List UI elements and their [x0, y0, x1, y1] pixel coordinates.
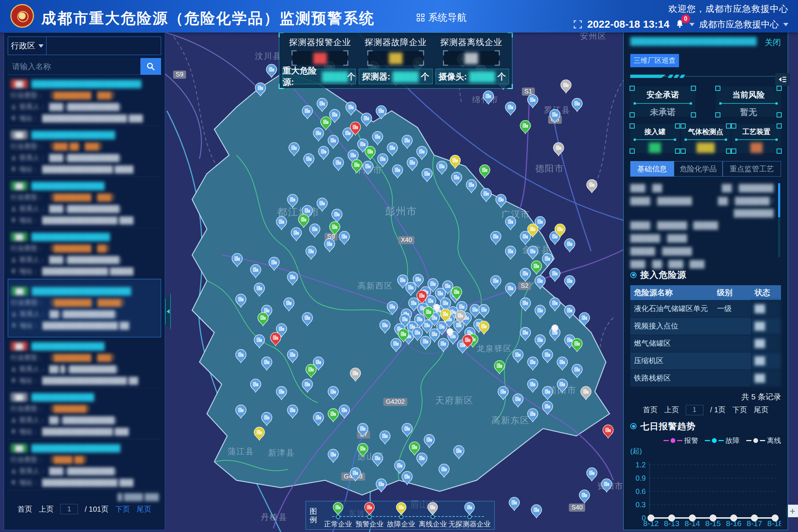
company-pin-n[interactable] — [417, 146, 427, 160]
company-pin-n[interactable] — [317, 198, 328, 211]
tab-1[interactable]: 危险化学品 — [674, 161, 723, 177]
company-pin-n[interactable] — [313, 412, 324, 426]
company-pin-n[interactable] — [302, 106, 313, 119]
company-pin-g[interactable] — [520, 120, 531, 134]
company-pin-n[interactable] — [287, 349, 298, 363]
company-pin-g[interactable] — [299, 214, 309, 228]
company-pin-n[interactable] — [361, 113, 372, 126]
company-pin-n[interactable] — [491, 231, 501, 245]
company-pin-g[interactable] — [306, 364, 317, 378]
company-pin-n[interactable] — [350, 468, 361, 481]
user-menu[interactable]: 成都市应急救援中心 — [699, 18, 779, 30]
company-pin-n[interactable] — [372, 132, 383, 145]
company-pin-g[interactable] — [352, 160, 362, 173]
company-pin-n[interactable] — [232, 253, 243, 267]
table-row[interactable]: 铁路栈桥区██ — [630, 369, 781, 387]
company-list-item[interactable]: ████████████████行业类型：【████████ - ███】联系人… — [8, 337, 161, 388]
company-pin-n[interactable] — [579, 313, 590, 326]
company-pin-o[interactable] — [581, 386, 591, 400]
company-pin-n[interactable] — [491, 276, 501, 289]
table-row[interactable]: 视频接入点位██ — [630, 317, 781, 335]
panel-collapse-button[interactable] — [775, 73, 790, 86]
company-pin-n[interactable] — [346, 102, 357, 115]
company-pin-g[interactable] — [328, 409, 339, 422]
fullscreen-icon[interactable] — [573, 20, 583, 29]
hz-page-first[interactable]: 首页 — [643, 405, 658, 415]
table-row[interactable]: 压缩机区██ — [630, 352, 781, 369]
company-pin-n[interactable] — [284, 298, 294, 311]
company-pin-n[interactable] — [437, 161, 447, 174]
company-pin-y[interactable] — [450, 155, 461, 168]
company-pin-n[interactable] — [255, 83, 266, 96]
company-pin-n[interactable] — [372, 453, 383, 466]
company-pin-n[interactable] — [528, 95, 538, 108]
company-pin-n[interactable] — [339, 231, 350, 245]
trend-legend-0[interactable]: 报警 — [664, 436, 698, 446]
company-pin-n[interactable] — [250, 265, 261, 278]
page-next[interactable]: 下页 — [115, 504, 130, 514]
company-pin-n[interactable] — [402, 135, 413, 149]
company-list-item[interactable]: ██████████████行业类型：【███████】联系人：██ (████… — [8, 388, 161, 439]
company-list-item[interactable]: ███████████████████████行业类型：【████████ · … — [8, 75, 161, 126]
company-pin-n[interactable] — [317, 98, 328, 112]
company-pin-n[interactable] — [387, 143, 398, 156]
company-pin-n[interactable] — [557, 357, 568, 370]
company-pin-n[interactable] — [302, 313, 313, 326]
company-pin-n[interactable] — [376, 106, 387, 119]
company-pin-n[interactable] — [417, 453, 427, 466]
company-pin-g[interactable] — [321, 117, 331, 130]
table-row[interactable]: 液化石油气储罐区单元一级██ — [630, 300, 781, 317]
company-pin-n[interactable] — [392, 165, 403, 178]
company-pin-n[interactable] — [505, 216, 516, 230]
company-pin-n[interactable] — [572, 98, 583, 112]
trend-legend-1[interactable]: 故障 — [705, 436, 740, 446]
company-pin-n[interactable] — [269, 257, 280, 270]
company-pin-n[interactable] — [557, 379, 568, 392]
company-pin-n[interactable] — [236, 294, 246, 307]
company-pin-n[interactable] — [276, 216, 287, 230]
company-pin-n[interactable] — [266, 64, 277, 78]
company-pin-n[interactable] — [328, 386, 339, 400]
company-pin-n[interactable] — [528, 409, 538, 422]
company-pin-n[interactable] — [376, 479, 387, 492]
company-pin-n[interactable] — [479, 304, 490, 318]
company-pin-n[interactable] — [601, 479, 612, 492]
company-list-item[interactable]: ███████████████████行业类型：【████ ██】联系人：███… — [8, 439, 161, 490]
company-pin-n[interactable] — [496, 194, 507, 208]
company-pin-n[interactable] — [380, 320, 391, 333]
page-last[interactable]: 尾页 — [137, 504, 151, 514]
company-pin-n[interactable] — [236, 349, 246, 363]
company-pin-n[interactable] — [481, 188, 492, 202]
notification-bell[interactable]: 0 — [674, 19, 685, 30]
company-pin-n[interactable] — [505, 246, 516, 259]
company-pin-n[interactable] — [424, 434, 435, 448]
company-pin-n[interactable] — [262, 357, 272, 370]
trend-legend-2[interactable]: 离线 — [746, 436, 781, 446]
search-button[interactable] — [140, 58, 161, 75]
company-list-item[interactable]: ██████████████████行业类型：【███ ██ - ███】联系人… — [8, 126, 161, 177]
company-list-item[interactable]: █████████████████████行业类型：【████████ - ██… — [8, 279, 161, 337]
company-pin-n[interactable] — [531, 505, 542, 518]
system-nav-button[interactable]: 系统导航 — [417, 11, 467, 24]
company-pin-n[interactable] — [550, 298, 560, 311]
region-filter[interactable]: 行政区 — [8, 37, 161, 55]
hz-page-input[interactable] — [686, 405, 703, 415]
tab-0[interactable]: 基础信息 — [630, 161, 674, 177]
company-pin-n[interactable] — [254, 283, 265, 296]
company-pin-n[interactable] — [483, 91, 494, 104]
company-pin-n[interactable] — [328, 449, 339, 463]
company-pin-n[interactable] — [451, 172, 462, 185]
table-row[interactable]: 燃气储罐区██ — [630, 335, 781, 352]
company-pin-r[interactable] — [603, 425, 614, 438]
company-pin-n[interactable] — [520, 298, 531, 311]
company-pin-n[interactable] — [535, 276, 546, 289]
company-pin-n[interactable] — [454, 446, 464, 459]
company-pin-n[interactable] — [528, 246, 538, 259]
company-pin-n[interactable] — [402, 423, 413, 437]
company-pin-n[interactable] — [565, 276, 575, 289]
company-pin-g[interactable] — [258, 313, 269, 326]
company-pin-g[interactable] — [409, 442, 420, 455]
company-pin-n[interactable] — [542, 386, 553, 400]
company-pin-n[interactable] — [236, 405, 246, 418]
company-pin-n[interactable] — [542, 401, 553, 415]
